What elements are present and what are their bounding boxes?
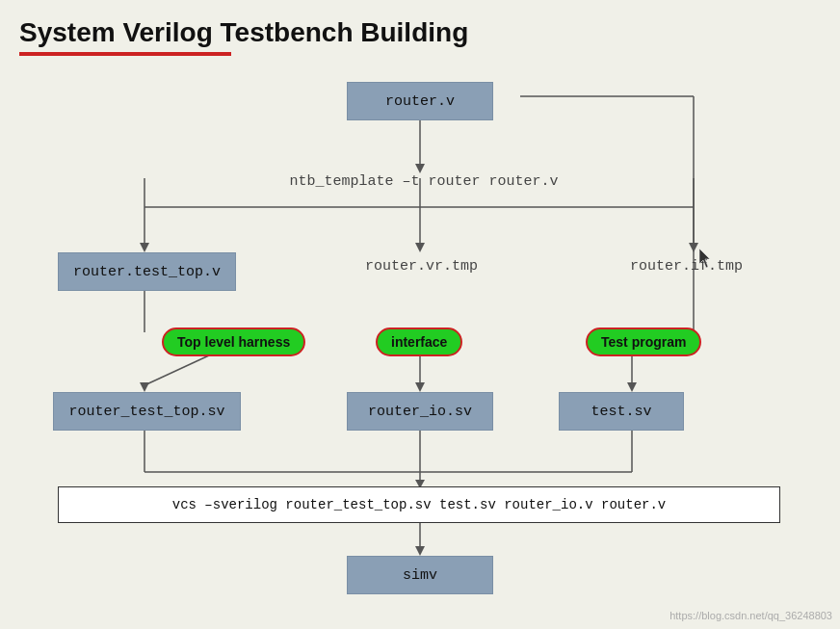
title-area: System Verilog Testbench Building: [0, 0, 840, 56]
page-title: System Verilog Testbench Building: [19, 17, 821, 48]
pill-top-level-harness: Top level harness: [162, 328, 305, 356]
pill-test-program: Test program: [586, 328, 701, 356]
title-underline: [19, 52, 231, 56]
svg-marker-8: [415, 243, 425, 252]
box-vcs-cmd: vcs –sverilog router_test_top.sv test.sv…: [58, 486, 780, 523]
watermark: https://blog.csdn.net/qq_36248803: [669, 610, 832, 621]
box-test-sv: test.sv: [559, 392, 684, 431]
diagram: router.v ntb_template –t router router.v…: [0, 67, 840, 626]
svg-marker-1: [415, 164, 425, 173]
svg-marker-14: [140, 382, 149, 392]
box-router-test-top-v: router.test_top.v: [58, 252, 236, 291]
label-router-if-tmp: router.if.tmp: [607, 258, 766, 275]
box-router-io-sv: router_io.sv: [347, 392, 493, 431]
svg-marker-16: [415, 382, 425, 392]
box-simv: simv: [347, 556, 493, 594]
box-router-v: router.v: [347, 82, 493, 120]
pill-interface: interface: [376, 328, 462, 356]
svg-marker-5: [140, 243, 149, 252]
svg-marker-20: [627, 382, 637, 392]
box-router-test-top-sv: router_test_top.sv: [53, 392, 241, 431]
svg-marker-11: [689, 243, 698, 252]
svg-marker-30: [415, 546, 425, 556]
label-router-vr-tmp: router.vr.tmp: [342, 258, 501, 275]
label-ntb-template: ntb_template –t router router.v: [231, 173, 617, 190]
page: System Verilog Testbench Building: [0, 0, 840, 629]
